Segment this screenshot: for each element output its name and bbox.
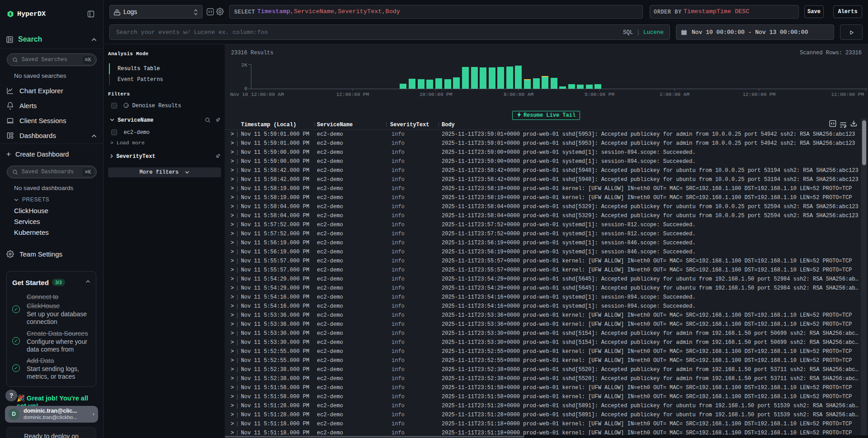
svg-text:12:00:00 PM: 12:00:00 PM [336,92,369,97]
svg-text:11:00:00 PM: 11:00:00 PM [831,92,864,97]
svg-text:12:00:00 PM: 12:00:00 PM [743,92,776,97]
svg-text:5:00:00 PM: 5:00:00 PM [585,92,614,97]
svg-text:2K: 2K [241,62,248,68]
svg-text:0: 0 [244,86,247,91]
svg-text:2:00:00 AM: 2:00:00 AM [660,92,689,97]
svg-text:Nov 10 12:00:00 AM: Nov 10 12:00:00 AM [230,92,284,97]
svg-text:8:00:00 AM: 8:00:00 AM [504,92,533,97]
svg-text:10:00:00 PM: 10:00:00 PM [420,92,453,97]
